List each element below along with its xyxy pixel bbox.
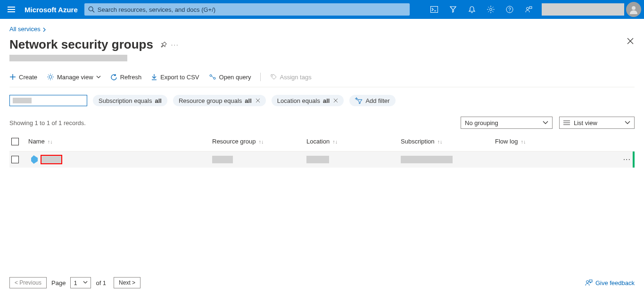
settings-button[interactable] bbox=[481, 0, 500, 19]
notifications-button[interactable] bbox=[462, 0, 481, 19]
directory-filter-button[interactable] bbox=[444, 0, 462, 19]
person-feedback-icon bbox=[525, 6, 532, 13]
row-context-menu-button[interactable]: ··· bbox=[623, 155, 631, 164]
page-label: Page bbox=[51, 279, 66, 287]
breadcrumb-root-link[interactable]: All services bbox=[9, 25, 41, 33]
help-button[interactable]: ? bbox=[500, 0, 519, 19]
account-info[interactable] bbox=[542, 3, 624, 16]
open-query-label: Open query bbox=[219, 74, 251, 81]
page-number-select[interactable]: 1 bbox=[70, 277, 91, 288]
svg-point-21 bbox=[632, 6, 636, 10]
svg-rect-2 bbox=[8, 11, 15, 12]
page-content: All services Network security groups ···… bbox=[0, 19, 644, 295]
row-checkbox[interactable] bbox=[11, 156, 19, 163]
row-rg-cell bbox=[212, 156, 306, 163]
bell-icon bbox=[468, 6, 476, 13]
close-blade-button[interactable] bbox=[627, 38, 634, 44]
column-header-location[interactable]: Location↑↓ bbox=[306, 138, 401, 145]
global-search-input[interactable] bbox=[98, 6, 406, 13]
loc-filter-remove[interactable] bbox=[333, 98, 338, 103]
grouping-select[interactable]: No grouping bbox=[461, 117, 553, 129]
resource-group-filter-pill[interactable]: Resource group equals all bbox=[173, 95, 266, 106]
loc-filter-value: all bbox=[323, 97, 330, 104]
view-mode-select[interactable]: List view bbox=[559, 117, 635, 129]
svg-point-3 bbox=[89, 7, 93, 11]
query-icon bbox=[209, 74, 216, 80]
hamburger-menu-button[interactable] bbox=[0, 7, 23, 12]
feedback-button[interactable] bbox=[519, 0, 538, 19]
row-sub-cell bbox=[401, 156, 495, 163]
close-icon bbox=[627, 38, 634, 44]
filter-bar: Subscription equals all Resource group e… bbox=[9, 95, 635, 106]
nsg-resource-icon bbox=[31, 155, 38, 164]
download-icon bbox=[151, 74, 157, 80]
subscription-filter-pill[interactable]: Subscription equals all bbox=[93, 95, 167, 106]
cloud-shell-button[interactable] bbox=[425, 0, 444, 19]
rg-filter-remove[interactable] bbox=[256, 98, 260, 103]
column-sub-label: Subscription bbox=[401, 138, 435, 145]
user-avatar[interactable] bbox=[626, 2, 641, 17]
refresh-label: Refresh bbox=[120, 74, 142, 81]
name-filter-placeholder bbox=[13, 98, 32, 103]
column-header-name[interactable]: Name↑↓ bbox=[28, 138, 212, 145]
open-query-button[interactable]: Open query bbox=[209, 74, 251, 81]
previous-page-button[interactable]: < Previous bbox=[9, 277, 47, 288]
column-flow-label: Flow log bbox=[495, 138, 518, 145]
row-name-value[interactable] bbox=[41, 155, 62, 164]
rg-filter-prefix: Resource group equals bbox=[179, 97, 242, 104]
select-all-checkbox[interactable] bbox=[11, 138, 19, 145]
svg-point-8 bbox=[490, 8, 492, 11]
column-rg-label: Resource group bbox=[212, 138, 256, 145]
svg-rect-52 bbox=[589, 280, 592, 282]
name-filter-input[interactable] bbox=[9, 95, 87, 106]
give-feedback-link[interactable]: Give feedback bbox=[585, 279, 635, 287]
location-filter-pill[interactable]: Location equals all bbox=[272, 95, 344, 106]
row-name-cell bbox=[28, 155, 212, 164]
sort-icon: ↑↓ bbox=[332, 139, 338, 144]
svg-marker-7 bbox=[450, 7, 456, 12]
gear-icon bbox=[487, 6, 495, 13]
add-filter-label: Add filter bbox=[365, 97, 389, 104]
table-row[interactable]: ··· bbox=[9, 152, 635, 168]
search-icon bbox=[88, 6, 95, 13]
more-menu-button[interactable]: ··· bbox=[171, 41, 179, 48]
column-header-subscription[interactable]: Subscription↑↓ bbox=[401, 138, 495, 145]
column-name-label: Name bbox=[28, 138, 45, 145]
row-rg-value bbox=[212, 156, 233, 163]
pin-icon bbox=[160, 41, 167, 49]
create-label: Create bbox=[19, 74, 37, 81]
svg-line-16 bbox=[488, 11, 489, 12]
global-search[interactable] bbox=[84, 3, 410, 16]
avatar-icon bbox=[629, 5, 638, 14]
row-loc-cell bbox=[306, 156, 401, 163]
export-csv-button[interactable]: Export to CSV bbox=[151, 74, 199, 81]
add-filter-button[interactable]: Add filter bbox=[349, 95, 395, 106]
svg-rect-20 bbox=[529, 7, 532, 8]
row-highlight-bar bbox=[633, 152, 635, 168]
svg-point-37 bbox=[210, 75, 212, 76]
cloud-shell-icon bbox=[430, 6, 438, 13]
svg-rect-1 bbox=[8, 9, 15, 10]
toolbar-divider bbox=[260, 73, 261, 81]
create-button[interactable]: Create bbox=[9, 74, 37, 81]
add-filter-icon bbox=[355, 97, 363, 104]
svg-line-39 bbox=[212, 76, 214, 78]
svg-point-40 bbox=[272, 76, 273, 76]
product-brand[interactable]: Microsoft Azure bbox=[23, 6, 84, 14]
refresh-button[interactable]: Refresh bbox=[110, 74, 142, 81]
pin-button[interactable] bbox=[160, 41, 167, 49]
column-header-resource-group[interactable]: Resource group↑↓ bbox=[212, 138, 306, 145]
export-csv-label: Export to CSV bbox=[160, 74, 199, 81]
chevron-down-icon bbox=[96, 75, 101, 79]
svg-line-4 bbox=[92, 10, 94, 12]
breadcrumb: All services bbox=[9, 25, 635, 33]
manage-view-button[interactable]: Manage view bbox=[47, 73, 101, 81]
svg-line-34 bbox=[48, 79, 49, 80]
chevron-right-icon bbox=[42, 27, 48, 32]
next-page-button[interactable]: Next > bbox=[114, 277, 140, 288]
table-header: Name↑↓ Resource group↑↓ Location↑↓ Subsc… bbox=[9, 132, 635, 152]
column-header-flow-log[interactable]: Flow log↑↓ bbox=[495, 138, 635, 145]
manage-view-label: Manage view bbox=[57, 74, 93, 81]
hamburger-icon bbox=[8, 7, 15, 12]
row-loc-value bbox=[306, 156, 329, 163]
